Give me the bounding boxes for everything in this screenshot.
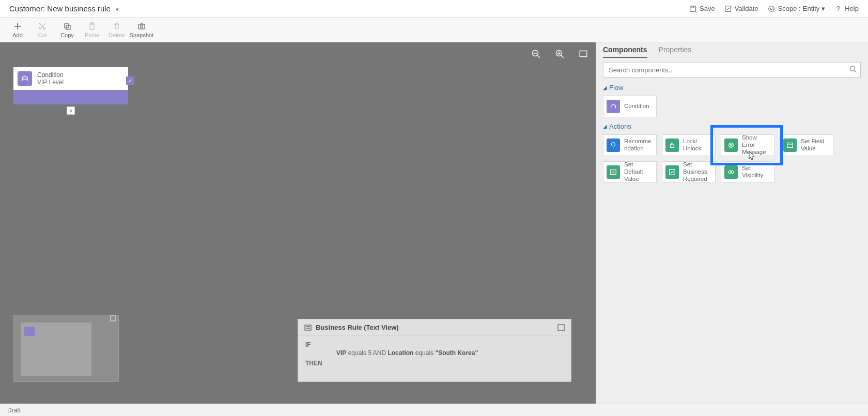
required-icon <box>665 165 679 179</box>
component-show-error-message[interactable]: Show Error Message <box>721 134 774 156</box>
chevron-down-icon[interactable]: ▾ <box>116 6 119 12</box>
search-icon[interactable] <box>849 66 857 73</box>
visibility-icon <box>724 165 738 179</box>
section-flow-header[interactable]: ◢ Flow <box>603 84 861 91</box>
add-button[interactable]: Add <box>5 22 30 38</box>
search-input[interactable] <box>603 62 861 78</box>
svg-rect-23 <box>787 143 793 148</box>
svg-rect-25 <box>670 170 675 175</box>
component-set-field-value[interactable]: Set Field Value <box>780 134 833 156</box>
component-condition[interactable]: Condition <box>603 96 657 117</box>
svg-rect-2 <box>725 6 731 11</box>
svg-rect-15 <box>580 51 587 56</box>
svg-rect-7 <box>65 24 69 28</box>
svg-rect-18 <box>558 325 564 331</box>
svg-rect-9 <box>90 24 94 29</box>
title-prefix: Customer: <box>9 4 45 13</box>
close-icon[interactable]: ✕ <box>67 106 75 115</box>
copy-button[interactable]: Copy <box>55 22 80 38</box>
condition-icon <box>18 71 32 86</box>
svg-rect-1 <box>691 6 693 8</box>
check-icon[interactable]: ✓ <box>126 76 134 85</box>
save-icon <box>689 5 696 12</box>
condition-node[interactable]: Condition VIP Level ✓ ✕ <box>13 67 128 104</box>
svg-rect-11 <box>138 24 145 29</box>
svg-point-4 <box>770 8 772 10</box>
paste-icon <box>87 22 97 31</box>
component-set-visibility[interactable]: Set Visibility <box>721 161 774 183</box>
expand-icon[interactable] <box>557 324 565 331</box>
svg-rect-21 <box>671 145 674 147</box>
svg-point-19 <box>850 67 855 71</box>
svg-point-3 <box>768 6 774 11</box>
validate-icon <box>724 5 732 12</box>
fit-to-screen-button[interactable] <box>578 49 588 59</box>
component-lock-unlock[interactable]: Lock/ Unlock <box>662 134 716 156</box>
condition-subtitle: VIP Level <box>37 79 64 86</box>
minimap-node <box>24 327 35 336</box>
section-actions-header[interactable]: ◢ Actions <box>603 122 861 130</box>
title-main: New business rule <box>47 4 111 13</box>
cut-button: Cut <box>30 22 55 38</box>
business-rule-text-view: Business Rule (Text View) IF VIP equals … <box>298 319 571 382</box>
copy-icon <box>63 22 72 31</box>
tab-components[interactable]: Components <box>603 45 647 58</box>
triangle-down-icon: ◢ <box>603 124 607 129</box>
minimap[interactable] <box>13 315 119 382</box>
scope-icon <box>768 5 775 12</box>
text-view-title: Business Rule (Text View) <box>316 323 399 331</box>
default-icon <box>607 165 620 179</box>
then-keyword: THEN <box>305 360 322 367</box>
zoom-in-button[interactable] <box>554 49 565 59</box>
condition-title: Condition <box>37 71 64 79</box>
component-set-business-required[interactable]: Set Business Required <box>662 161 716 183</box>
svg-rect-17 <box>305 325 311 330</box>
lock-icon <box>665 138 679 152</box>
cut-icon <box>38 22 47 31</box>
tab-properties[interactable]: Properties <box>659 45 692 58</box>
delete-button: Delete <box>104 22 129 38</box>
page-title[interactable]: Customer: New business rule ▾ <box>9 4 119 13</box>
svg-point-12 <box>141 25 143 28</box>
status-label: Draft <box>7 407 21 414</box>
triangle-down-icon: ◢ <box>603 85 607 90</box>
component-set-default-value[interactable]: Set Default Value <box>603 161 657 183</box>
zoom-out-button[interactable] <box>531 49 541 59</box>
paste-button: Paste <box>80 22 104 38</box>
rule-expression: VIP equals 5 AND Location equals "South … <box>305 349 564 357</box>
chevron-down-icon[interactable]: ▾ <box>822 5 825 12</box>
designer-canvas[interactable]: Condition VIP Level ✓ ✕ <box>0 42 596 404</box>
expand-icon[interactable] <box>110 315 116 321</box>
snapshot-button[interactable]: Snapshot <box>129 22 154 38</box>
error-icon <box>724 138 738 152</box>
svg-point-26 <box>731 172 732 173</box>
rule-icon <box>304 324 312 331</box>
camera-icon <box>137 22 146 31</box>
lightbulb-icon <box>607 138 620 152</box>
scope-dropdown[interactable]: Scope : Entity ▾ <box>768 5 826 12</box>
plus-icon <box>13 22 22 31</box>
help-button[interactable]: ? Help <box>834 5 859 12</box>
svg-rect-8 <box>66 25 70 29</box>
trash-icon <box>112 22 121 31</box>
svg-point-20 <box>612 143 615 146</box>
help-icon: ? <box>834 5 842 12</box>
field-icon <box>783 138 797 152</box>
svg-rect-16 <box>111 316 116 321</box>
if-keyword: IF <box>305 341 311 348</box>
component-recommendation[interactable]: Recommendation <box>603 134 657 156</box>
validate-button[interactable]: Validate <box>724 5 758 12</box>
side-panel: Components Properties ◢ Flow Conditi <box>596 42 868 404</box>
save-button[interactable]: Save <box>689 5 715 12</box>
condition-icon <box>607 100 620 113</box>
